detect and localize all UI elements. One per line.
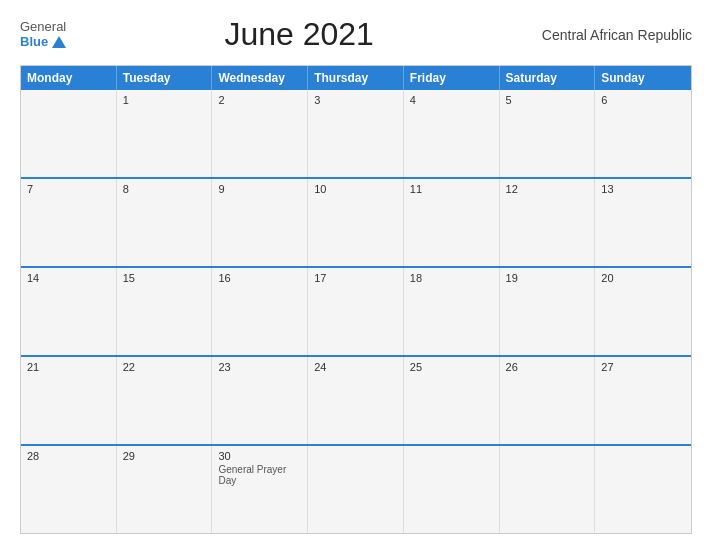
cell-w4-sat: 26 — [500, 357, 596, 444]
header-wednesday: Wednesday — [212, 66, 308, 90]
cell-w4-wed: 23 — [212, 357, 308, 444]
calendar-body: 1 2 3 4 5 6 7 8 9 10 11 12 13 14 15 — [21, 90, 691, 533]
cell-w2-thu: 10 — [308, 179, 404, 266]
logo-general-text: General — [20, 20, 66, 34]
logo-triangle-icon — [52, 36, 66, 48]
cell-w2-fri: 11 — [404, 179, 500, 266]
cell-w2-mon: 7 — [21, 179, 117, 266]
month-title: June 2021 — [66, 16, 532, 53]
header-friday: Friday — [404, 66, 500, 90]
calendar-page: General Blue June 2021 Central African R… — [0, 0, 712, 550]
logo: General Blue — [20, 20, 66, 49]
header-thursday: Thursday — [308, 66, 404, 90]
cell-w1-thu: 3 — [308, 90, 404, 177]
cell-w5-thu — [308, 446, 404, 533]
cell-w3-tue: 15 — [117, 268, 213, 355]
header-saturday: Saturday — [500, 66, 596, 90]
week-3: 14 15 16 17 18 19 20 — [21, 266, 691, 355]
cell-w3-fri: 18 — [404, 268, 500, 355]
cell-w5-sat — [500, 446, 596, 533]
week-2: 7 8 9 10 11 12 13 — [21, 177, 691, 266]
header-monday: Monday — [21, 66, 117, 90]
cell-w1-wed: 2 — [212, 90, 308, 177]
cell-w4-fri: 25 — [404, 357, 500, 444]
calendar-header-row: Monday Tuesday Wednesday Thursday Friday… — [21, 66, 691, 90]
cell-w5-mon: 28 — [21, 446, 117, 533]
cell-w5-fri — [404, 446, 500, 533]
week-4: 21 22 23 24 25 26 27 — [21, 355, 691, 444]
cell-w2-wed: 9 — [212, 179, 308, 266]
cell-w1-tue: 1 — [117, 90, 213, 177]
cell-w3-thu: 17 — [308, 268, 404, 355]
cell-w3-sun: 20 — [595, 268, 691, 355]
page-header: General Blue June 2021 Central African R… — [20, 16, 692, 53]
cell-w5-wed: 30 General Prayer Day — [212, 446, 308, 533]
cell-w2-sat: 12 — [500, 179, 596, 266]
country-name: Central African Republic — [532, 27, 692, 43]
cell-w3-sat: 19 — [500, 268, 596, 355]
week-5: 28 29 30 General Prayer Day — [21, 444, 691, 533]
cell-w2-tue: 8 — [117, 179, 213, 266]
header-sunday: Sunday — [595, 66, 691, 90]
cell-w4-thu: 24 — [308, 357, 404, 444]
cell-w5-sun — [595, 446, 691, 533]
cell-w2-sun: 13 — [595, 179, 691, 266]
cell-w1-fri: 4 — [404, 90, 500, 177]
cell-w4-tue: 22 — [117, 357, 213, 444]
cell-w4-mon: 21 — [21, 357, 117, 444]
cell-w3-wed: 16 — [212, 268, 308, 355]
cell-w1-sat: 5 — [500, 90, 596, 177]
cell-w4-sun: 27 — [595, 357, 691, 444]
calendar-grid: Monday Tuesday Wednesday Thursday Friday… — [20, 65, 692, 534]
logo-blue-text: Blue — [20, 35, 66, 49]
week-1: 1 2 3 4 5 6 — [21, 90, 691, 177]
cell-w5-tue: 29 — [117, 446, 213, 533]
header-tuesday: Tuesday — [117, 66, 213, 90]
cell-w1-mon — [21, 90, 117, 177]
cell-w3-mon: 14 — [21, 268, 117, 355]
cell-w1-sun: 6 — [595, 90, 691, 177]
